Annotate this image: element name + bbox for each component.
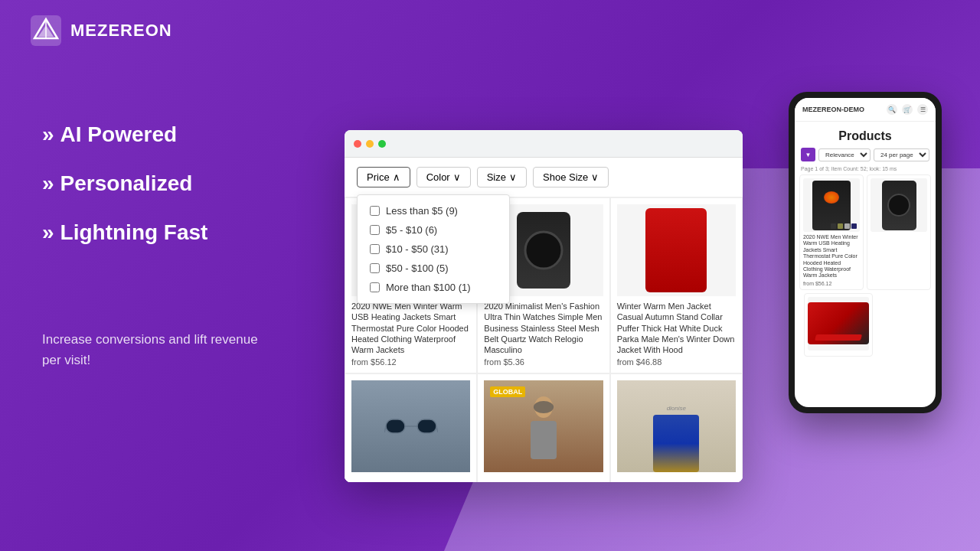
phone-swatch-2: [838, 223, 843, 229]
phone-watch-face: [887, 194, 910, 217]
filter-bar: Price ∧ Color ∨ Size ∨ Shoe Size ∨ Less …: [345, 158, 743, 197]
filter-price-btn[interactable]: Price ∧: [357, 167, 410, 187]
casual-jacket-shape: [653, 415, 699, 472]
product-img-5: GLOBAL: [484, 380, 603, 472]
man-svg: [524, 392, 563, 461]
svg-rect-4: [386, 419, 405, 433]
checkbox-price-2[interactable]: [370, 225, 380, 235]
phone-product-card-3: [804, 293, 873, 357]
product-img-4: [351, 380, 470, 472]
phone-screen: MEZEREON-DEMO 🔍 🛒 ☰ Products ▼ Relevance…: [795, 98, 936, 407]
phone-mockup: MEZEREON-DEMO 🔍 🛒 ☰ Products ▼ Relevance…: [789, 92, 942, 413]
product-price-1: from $56.12: [351, 357, 470, 367]
global-tag: GLOBAL: [490, 386, 525, 397]
phone-shoe-img: [808, 302, 869, 344]
phone-shoe-sole: [815, 334, 862, 341]
product-card-5: GLOBAL: [477, 373, 609, 482]
phone-product-img-2: [871, 178, 927, 232]
phone-product-img-3: [808, 297, 869, 350]
product-card-6: dionise: [610, 373, 743, 482]
product-title-3: Winter Warm Men Jacket Casual Autumn Sta…: [617, 301, 736, 355]
browser-toolbar: [345, 130, 743, 158]
phone-product-card-1: 2020 NWE Men Winter Warm USB Heating Jac…: [799, 174, 864, 290]
dropdown-item-3[interactable]: $10 - $50 (31): [358, 240, 509, 259]
svg-rect-5: [417, 419, 436, 433]
description-text: Increase conversions and lift revenue pe…: [42, 329, 272, 370]
phone-page-info: Page 1 of 3; Item Count: 52; look: 15 ms: [795, 166, 936, 174]
product-price-2: from $5.36: [484, 357, 603, 367]
feature-arrow-1: »: [42, 122, 54, 147]
phone-filter-row: ▼ Relevance 24 per page: [795, 148, 936, 166]
phone-cart-icon[interactable]: 🛒: [902, 104, 913, 115]
svg-point-11: [534, 401, 554, 413]
filter-color-btn[interactable]: Color ∨: [416, 167, 471, 187]
phone-filter-icon[interactable]: ▼: [801, 148, 815, 161]
product-img-6: dionise: [617, 380, 736, 472]
phone-menu-icon[interactable]: ☰: [917, 104, 928, 115]
phone-second-row: [795, 290, 936, 357]
feature-label-ai-powered: AI Powered: [60, 122, 177, 147]
svg-line-8: [436, 426, 438, 432]
product-grid-row2: GLOBAL dionise: [345, 373, 743, 482]
sunglasses-img: [351, 380, 470, 472]
product-title-1: 2020 NWE Men Winter Warm USB Heating Jac…: [351, 301, 470, 355]
product-card-3: Winter Warm Men Jacket Casual Autumn Sta…: [610, 197, 743, 373]
browser-content: Price ∧ Color ∨ Size ∨ Shoe Size ∨ Less …: [345, 158, 743, 482]
svg-line-7: [384, 426, 386, 432]
checkbox-price-5[interactable]: [370, 282, 380, 292]
brand-dionise: dionise: [667, 405, 686, 412]
feature-arrow-3: »: [42, 220, 54, 245]
phone-products-title: Products: [795, 122, 936, 148]
phone-watch-img: [882, 181, 916, 230]
feature-arrow-2: »: [42, 171, 54, 196]
phone-swatch-4: [851, 223, 857, 229]
phone-swatch-3: [844, 223, 850, 229]
phone-product-img-1: [803, 178, 860, 232]
phone-swatch-1: [831, 223, 836, 229]
checkbox-price-3[interactable]: [370, 244, 380, 254]
dropdown-item-1[interactable]: Less than $5 (9): [358, 201, 509, 220]
phone-jacket-img: [812, 181, 851, 230]
product-card-4: [345, 373, 477, 482]
phone-header: MEZEREON-DEMO 🔍 🛒 ☰: [795, 98, 936, 122]
watch-img: [517, 212, 570, 289]
phone-product-title-1: 2020 NWE Men Winter Warm USB Heating Jac…: [803, 234, 860, 279]
price-dropdown: Less than $5 (9) $5 - $10 (6) $10 - $50 …: [357, 194, 510, 304]
browser-dot-maximize: [378, 140, 386, 148]
feature-personalized: » Personalized: [42, 171, 207, 196]
phone-jacket-glow: [824, 191, 839, 204]
dropdown-item-2[interactable]: $5 - $10 (6): [358, 220, 509, 240]
brand-name: MEZEREON: [70, 21, 172, 41]
feature-lightning-fast: » Lightning Fast: [42, 220, 207, 245]
phone-product-grid: 2020 NWE Men Winter Warm USB Heating Jac…: [795, 174, 936, 290]
jacket-red-img: [645, 208, 707, 292]
casual-jacket-img: dionise: [617, 380, 736, 472]
feature-label-lightning-fast: Lightning Fast: [60, 220, 208, 245]
browser-dot-minimize: [366, 140, 374, 148]
header: MEZEREON: [31, 15, 172, 46]
svg-rect-10: [531, 421, 557, 459]
mezereon-logo-icon: [31, 15, 61, 46]
phone-logo-text: MEZEREON-DEMO: [802, 106, 864, 113]
phone-search-icon[interactable]: 🔍: [887, 104, 897, 115]
phone-relevance-select[interactable]: Relevance: [818, 148, 871, 161]
filter-shoe-size-btn[interactable]: Shoe Size ∨: [533, 167, 609, 187]
filter-size-btn[interactable]: Size ∨: [477, 167, 527, 187]
product-price-3: from $46.88: [617, 357, 736, 367]
browser-dot-close: [354, 140, 361, 148]
browser-mockup: Price ∧ Color ∨ Size ∨ Shoe Size ∨ Less …: [345, 130, 743, 482]
feature-ai-powered: » AI Powered: [42, 122, 207, 147]
phone-product-grid-2: [799, 293, 931, 357]
sunglasses-svg: [384, 413, 438, 440]
checkbox-price-1[interactable]: [370, 206, 380, 216]
checkbox-price-4[interactable]: [370, 263, 380, 273]
dropdown-item-5[interactable]: More than $100 (1): [358, 278, 509, 297]
phone-header-icons: 🔍 🛒 ☰: [887, 104, 928, 115]
phone-product-card-2: [867, 174, 931, 290]
dropdown-item-4[interactable]: $50 - $100 (5): [358, 259, 509, 278]
phone-product-price-1: from $56.12: [803, 281, 860, 286]
phone-per-page-select[interactable]: 24 per page: [874, 148, 929, 161]
feature-label-personalized: Personalized: [60, 171, 193, 196]
features-list: » AI Powered » Personalized » Lightning …: [42, 122, 207, 269]
product-img-3: [617, 204, 736, 296]
